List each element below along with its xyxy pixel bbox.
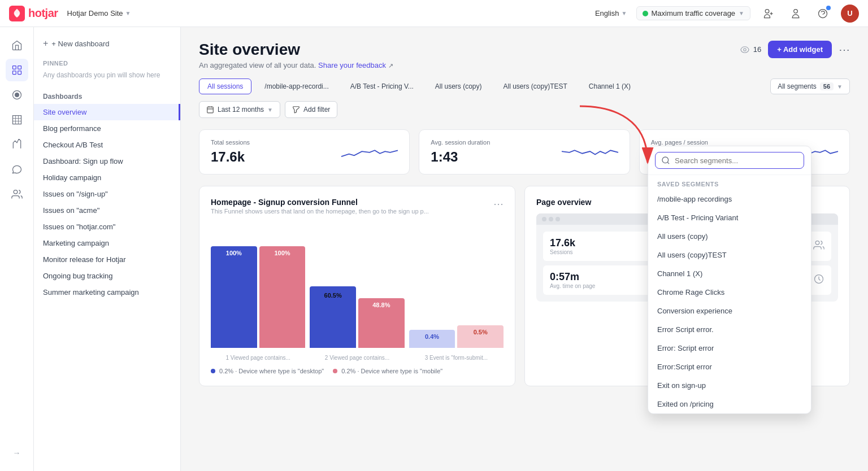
dropdown-item-error-script2[interactable]: Error: Script error [648, 339, 811, 357]
segments-search-input[interactable] [675, 156, 798, 165]
segments-bar: All sessions /mobile-app-recordi... A/B … [199, 78, 850, 94]
main-content: Site overview An aggregated view of all … [181, 27, 868, 471]
dropdown-item-chrome-rage[interactable]: Chrome Rage Clicks [648, 283, 811, 302]
sidebar-icon-collapse[interactable]: → [6, 442, 28, 464]
mini-stat-avg-time-label: Avg. time on page [550, 283, 595, 289]
funnel-bar-step1-blue: 100% [211, 246, 257, 348]
dropdown-item-conversion-exp[interactable]: Conversion experience [648, 302, 811, 320]
all-segments-count: 56 [820, 82, 834, 90]
viewers-count: 16 [740, 45, 761, 55]
stat-label-avg-duration: Avg. session duration [431, 139, 490, 146]
user-avatar[interactable]: U [841, 5, 859, 23]
page-header-actions: 16 + Add widget ⋯ [740, 41, 850, 58]
sidebar-item-holiday[interactable]: Holiday campaign [34, 169, 180, 186]
svg-point-6 [15, 93, 19, 97]
dropdown-item-error-script3[interactable]: Error:Script error [648, 357, 811, 376]
funnel-bar-step2-blue: 60.5% [310, 286, 356, 348]
sidebar-item-issues-acme[interactable]: Issues on "acme" [34, 202, 180, 219]
language-selector[interactable]: English ▼ [595, 9, 627, 18]
segment-tab-channel1[interactable]: Channel 1 (X) [580, 78, 639, 94]
coverage-label: Maximum traffic coverage [652, 9, 736, 18]
segment-tab-all-sessions[interactable]: All sessions [199, 78, 251, 94]
sidebar-item-blog-performance[interactable]: Blog performance [34, 120, 180, 137]
pinned-empty-text: Any dashboards you pin will show here [34, 69, 180, 86]
profile-button[interactable] [787, 5, 805, 23]
sidebar-icon-analytics[interactable] [6, 133, 28, 156]
legend-dot-mobile [333, 369, 337, 373]
coverage-status-dot [643, 11, 648, 16]
date-filter-chevron: ▼ [267, 107, 273, 113]
svg-rect-4 [18, 71, 21, 75]
mini-stat-sessions-value: 17.6k [550, 237, 575, 249]
legend-label-mobile: 0.2% · Device where type is "mobile" [341, 368, 442, 374]
segment-tab-all-users-copy-test[interactable]: All users (copy)TEST [495, 78, 576, 94]
coverage-selector[interactable]: Maximum traffic coverage ▼ [636, 6, 751, 20]
sidebar-icon-feedback[interactable] [6, 158, 28, 181]
date-filter-button[interactable]: Last 12 months ▼ [199, 101, 280, 118]
dropdown-item-mobile-app[interactable]: /mobile-app recordings [648, 190, 811, 208]
dropdown-item-channel1[interactable]: Channel 1 (X) [648, 264, 811, 283]
sidebar-item-checkout-ab[interactable]: Checkout A/B Test [34, 137, 180, 153]
sidebar-icon-heatmaps[interactable] [6, 108, 28, 131]
more-options-button[interactable]: ⋯ [839, 43, 850, 56]
stat-value-avg-duration: 1:43 [431, 149, 490, 165]
add-filter-label: Add filter [303, 106, 330, 114]
sidebar-item-issues-hotjar[interactable]: Issues on "hotjar.com" [34, 219, 180, 235]
sidebar-icon-users[interactable] [6, 183, 28, 206]
funnel-bar-label-step3-blue: 0.4% [425, 333, 439, 340]
funnel-step-2: 60.5% 48.8% [310, 246, 404, 348]
all-segments-button[interactable]: All segments 56 ▼ [770, 78, 850, 94]
sidebar-icon-dashboard[interactable] [6, 59, 28, 81]
sidebar-nav: + + New dashboard Pinned Any dashboards … [34, 27, 181, 471]
page-title: Site overview [199, 41, 393, 59]
date-filter-label: Last 12 months [218, 106, 264, 114]
site-selector[interactable]: Hotjar Demo Site ▼ [67, 9, 131, 18]
add-widget-button[interactable]: + Add widget [768, 41, 832, 58]
segment-tab-mobile-app[interactable]: /mobile-app-recordi... [256, 78, 337, 94]
funnel-title: Homepage - Signup conversion Funnel [211, 198, 429, 207]
sidebar-item-bug-tracking[interactable]: Ongoing bug tracking [34, 268, 180, 284]
sidebar-item-site-overview[interactable]: Site overview [34, 104, 180, 120]
dropdown-item-exited-pricing[interactable]: Exited on /pricing [648, 395, 811, 413]
feedback-link[interactable]: Share your feedback [318, 61, 386, 69]
funnel-step-3: 0.4% 0.5% [409, 246, 504, 348]
funnel-legend-desktop: 0.2% · Device where type is "desktop" [211, 368, 324, 374]
dropdown-item-exit-signup[interactable]: Exit on sign-up [648, 376, 811, 395]
segment-tab-ab-test[interactable]: A/B Test - Pricing V... [342, 78, 422, 94]
sidebar-item-marketing[interactable]: Marketing campaign [34, 235, 180, 251]
new-dashboard-button[interactable]: + + New dashboard [34, 34, 180, 53]
svg-rect-3 [12, 71, 16, 75]
funnel-subtitle: This Funnel shows users that land on the… [211, 208, 429, 215]
new-dashboard-icon: + [43, 38, 48, 49]
funnel-more-button[interactable]: ⋯ [493, 198, 504, 210]
sidebar-item-monitor-hotjar[interactable]: Monitor release for Hotjar [34, 251, 180, 268]
segment-tab-all-users-copy[interactable]: All users (copy) [427, 78, 491, 94]
sidebar-item-issues-signup[interactable]: Issues on "/sign-up" [34, 186, 180, 202]
new-dashboard-label: + New dashboard [51, 40, 109, 48]
funnel-legend: 0.2% · Device where type is "desktop" 0.… [211, 368, 504, 374]
dropdown-item-error-script1[interactable]: Error Script error. [648, 320, 811, 339]
hotjar-logo[interactable]: hotjar [9, 6, 58, 21]
svg-rect-2 [18, 66, 21, 69]
dropdown-item-all-users-copy[interactable]: All users (copy) [648, 227, 811, 246]
funnel-bars: 100% 100% 60.5% [211, 224, 504, 348]
funnel-legend-mobile: 0.2% · Device where type is "mobile" [333, 368, 442, 374]
dropdown-item-all-users-copy-test[interactable]: All users (copy)TEST [648, 246, 811, 264]
funnel-step-label-3: 3 Event is "form-submit... [409, 355, 504, 361]
funnel-bar-step2-pink: 48.8% [358, 298, 405, 348]
funnel-step-1: 100% 100% [211, 246, 305, 348]
sessions-icon [813, 239, 824, 254]
legend-label-desktop: 0.2% · Device where type is "desktop" [219, 368, 324, 374]
sidebar-item-summer-marketing[interactable]: Summer marketing campaign [34, 284, 180, 300]
add-filter-button[interactable]: Add filter [285, 101, 337, 118]
svg-point-11 [815, 241, 819, 245]
sidebar-icon-home[interactable] [6, 34, 28, 56]
funnel-step-label-1: 1 Viewed page contains... [211, 355, 305, 361]
sidebar-item-signup-flow[interactable]: Dashboard: Sign up flow [34, 153, 180, 169]
invite-button[interactable] [760, 5, 778, 23]
dropdown-item-ab-test[interactable]: A/B Test - Pricing Variant [648, 208, 811, 227]
svg-point-9 [744, 48, 747, 51]
stat-label-total-sessions: Total sessions [211, 139, 250, 146]
sidebar-icon-recordings[interactable] [6, 84, 28, 106]
logo-text: hotjar [28, 7, 58, 20]
